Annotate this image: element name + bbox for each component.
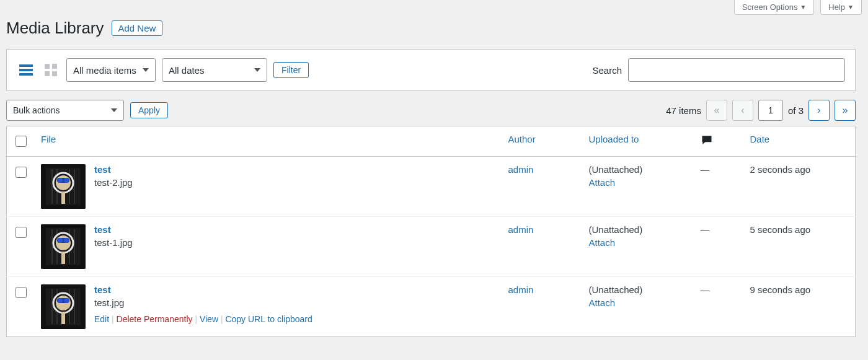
svg-rect-14 (61, 191, 65, 204)
uploaded-status: (Unattached) (589, 224, 643, 235)
svg-point-28 (58, 298, 63, 303)
svg-rect-3 (45, 64, 50, 69)
row-actions: Edit | Delete Permanently | View | Copy … (94, 314, 312, 324)
svg-rect-22 (61, 252, 65, 264)
attach-link[interactable]: Attach (589, 237, 688, 248)
list-icon (19, 63, 33, 77)
row-checkbox[interactable] (16, 287, 27, 298)
attach-link[interactable]: Attach (589, 297, 688, 308)
comment-count: — (701, 284, 710, 295)
row-checkbox[interactable] (16, 167, 27, 178)
media-filename: test.jpg (94, 297, 312, 308)
caret-down-icon: ▼ (848, 4, 854, 11)
media-thumbnail[interactable] (41, 284, 86, 329)
comments-icon[interactable] (701, 138, 713, 148)
column-date[interactable]: Date (750, 134, 770, 144)
date-text: 9 seconds ago (750, 284, 811, 295)
svg-point-12 (58, 178, 63, 183)
column-author[interactable]: Author (508, 134, 536, 144)
svg-rect-2 (19, 73, 33, 76)
svg-point-13 (64, 178, 69, 183)
svg-rect-4 (52, 64, 57, 69)
column-uploaded[interactable]: Uploaded to (589, 134, 639, 144)
author-link[interactable]: admin (508, 284, 534, 295)
svg-point-29 (64, 298, 69, 303)
next-page-button[interactable]: › (808, 100, 830, 121)
author-link[interactable]: admin (508, 224, 534, 235)
media-thumbnail[interactable] (41, 224, 86, 269)
select-all-checkbox[interactable] (16, 136, 27, 147)
media-type-filter[interactable]: All media items (66, 58, 156, 82)
apply-button[interactable]: Apply (130, 102, 168, 118)
screen-options-tab[interactable]: Screen Options ▼ (734, 0, 815, 15)
page-total: of 3 (788, 105, 804, 116)
svg-rect-30 (61, 312, 65, 324)
media-filename: test-2.jpg (94, 177, 133, 188)
caret-down-icon: ▼ (800, 4, 806, 11)
svg-rect-5 (45, 71, 50, 76)
comment-count: — (701, 224, 710, 235)
table-row: testtest.jpgEdit | Delete Permanently | … (7, 277, 856, 337)
thumbnail-image (41, 284, 86, 329)
date-text: 5 seconds ago (750, 224, 811, 235)
table-row: testtest-1.jpgadmin(Unattached)Attach—5 … (7, 217, 856, 277)
list-view-button[interactable] (17, 61, 35, 79)
add-new-button[interactable]: Add New (112, 20, 163, 36)
help-tab[interactable]: Help ▼ (820, 0, 862, 15)
edit-link[interactable]: Edit (94, 314, 109, 324)
delete-link[interactable]: Delete Permanently (117, 314, 193, 324)
media-thumbnail[interactable] (41, 164, 86, 209)
thumbnail-image (41, 164, 86, 209)
screen-options-label: Screen Options (742, 2, 798, 12)
item-count: 47 items (666, 105, 701, 116)
row-checkbox[interactable] (16, 227, 27, 238)
media-title-link[interactable]: test (94, 284, 312, 295)
column-file[interactable]: File (41, 134, 56, 144)
media-title-link[interactable]: test (94, 224, 133, 235)
search-label: Search (592, 65, 622, 76)
prev-page-button: ‹ (732, 100, 753, 121)
svg-rect-6 (52, 71, 57, 76)
comment-count: — (701, 164, 710, 175)
help-label: Help (828, 2, 845, 12)
grid-view-button[interactable] (42, 61, 60, 79)
uploaded-status: (Unattached) (589, 284, 643, 295)
view-link[interactable]: View (200, 314, 218, 324)
page-title: Media Library (6, 19, 104, 38)
thumbnail-image (41, 224, 86, 269)
copy-url-link[interactable]: Copy URL to clipboard (225, 314, 312, 324)
filter-button[interactable]: Filter (273, 62, 309, 78)
media-title-link[interactable]: test (94, 164, 133, 175)
date-filter[interactable]: All dates (162, 58, 267, 82)
table-row: testtest-2.jpgadmin(Unattached)Attach—2 … (7, 157, 856, 217)
svg-point-21 (64, 238, 69, 243)
svg-point-20 (58, 238, 63, 243)
media-filename: test-1.jpg (94, 237, 133, 248)
svg-rect-0 (19, 64, 33, 67)
first-page-button: « (706, 100, 727, 121)
bulk-actions-select[interactable]: Bulk actions (6, 100, 124, 121)
uploaded-status: (Unattached) (589, 164, 643, 175)
attach-link[interactable]: Attach (589, 177, 688, 188)
grid-icon (43, 63, 58, 77)
svg-rect-1 (19, 69, 33, 71)
last-page-button[interactable]: » (835, 100, 856, 121)
date-text: 2 seconds ago (750, 164, 811, 175)
search-input[interactable] (628, 58, 845, 82)
current-page-input[interactable] (758, 100, 783, 121)
author-link[interactable]: admin (508, 164, 534, 175)
